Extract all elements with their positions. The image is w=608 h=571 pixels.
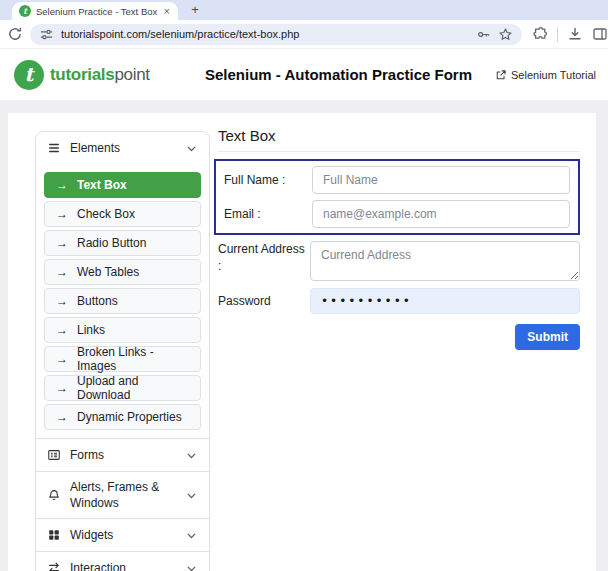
- tab-title: Selenium Practice - Text Box: [36, 6, 158, 17]
- current-address-textarea[interactable]: [310, 241, 580, 281]
- email-label: Email :: [224, 206, 312, 223]
- sidebar-item-links[interactable]: → Links: [44, 317, 201, 343]
- password-key-icon[interactable]: [476, 27, 491, 42]
- site-header: t tutorialspoint Selenium - Automation P…: [0, 48, 608, 100]
- selenium-tutorial-label: Selenium Tutorial: [511, 69, 596, 81]
- widgets-grid-icon: [47, 528, 61, 542]
- arrow-right-icon: →: [56, 179, 68, 191]
- current-address-label: Current Address :: [218, 241, 310, 275]
- sidebar-item-text-box[interactable]: → Text Box: [44, 172, 201, 198]
- sidebar-item-label: Buttons: [77, 294, 118, 308]
- selenium-tutorial-link[interactable]: Selenium Tutorial: [495, 49, 596, 101]
- tutorialspoint-logo-icon: t: [14, 60, 44, 90]
- main-content: Text Box Full Name : Email : Current Add…: [214, 125, 580, 350]
- section-label: Widgets: [70, 527, 176, 543]
- toolbar-actions: [532, 26, 608, 42]
- tab-close-icon[interactable]: ×: [163, 5, 171, 17]
- full-name-label: Full Name :: [224, 172, 312, 189]
- refresh-icon[interactable]: [7, 26, 23, 42]
- sidebar-item-label: Text Box: [77, 178, 127, 192]
- section-label: Interaction: [70, 560, 176, 571]
- full-name-row: Full Name :: [224, 166, 570, 194]
- chevron-down-icon: [185, 449, 198, 462]
- new-tab-button[interactable]: +: [186, 1, 204, 19]
- sidebar-item-label: Radio Button: [77, 236, 146, 250]
- browser-toolbar: tutorialspoint.com/selenium/practice/tex…: [0, 20, 608, 48]
- sidebar-section-forms[interactable]: Forms: [36, 438, 209, 471]
- toolbar-divider: [557, 27, 558, 42]
- url-text[interactable]: tutorialspoint.com/selenium/practice/tex…: [61, 28, 469, 40]
- sidebar-item-web-tables[interactable]: → Web Tables: [44, 259, 201, 285]
- password-label: Password: [218, 293, 310, 310]
- sidebar-item-label: Web Tables: [77, 265, 139, 279]
- interaction-arrows-icon: [47, 561, 61, 571]
- submit-row: Submit: [214, 324, 580, 350]
- sidebar-item-label: Links: [77, 323, 105, 337]
- chevron-down-icon: [185, 142, 198, 155]
- heading-divider: [218, 151, 580, 152]
- highlighted-field-group: Full Name : Email :: [214, 159, 580, 235]
- current-address-row: Current Address :: [214, 241, 580, 281]
- browser-window: t Selenium Practice - Text Box × + tutor…: [0, 0, 608, 571]
- chevron-down-icon: [185, 562, 198, 571]
- chevron-down-icon: [185, 489, 198, 502]
- sidebar-item-radio-button[interactable]: → Radio Button: [44, 230, 201, 256]
- arrow-right-icon: →: [56, 353, 68, 365]
- tutorialspoint-wordmark: tutorialspoint: [50, 65, 150, 85]
- sidebar-item-upload-and-download[interactable]: → Upload and Download: [44, 375, 201, 401]
- browser-tab[interactable]: t Selenium Practice - Text Box ×: [12, 2, 178, 20]
- section-label: Forms: [70, 447, 176, 463]
- sidebar-item-check-box[interactable]: → Check Box: [44, 201, 201, 227]
- bell-icon: [47, 488, 61, 502]
- arrow-right-icon: →: [56, 208, 68, 220]
- sidebar-item-dynamic-properties[interactable]: → Dynamic Properties: [44, 404, 201, 430]
- submit-button[interactable]: Submit: [515, 324, 580, 350]
- forms-icon: [47, 448, 61, 462]
- arrow-right-icon: →: [56, 295, 68, 307]
- hamburger-icon: [47, 141, 61, 155]
- sidebar-item-label: Broken Links - Images: [77, 345, 189, 373]
- email-row: Email :: [224, 200, 570, 228]
- extensions-puzzle-icon[interactable]: [532, 26, 548, 42]
- sidebar-section-interaction[interactable]: Interaction: [36, 551, 209, 571]
- section-label: Elements: [70, 141, 120, 155]
- arrow-right-icon: →: [56, 324, 68, 336]
- wordmark-light: point: [114, 65, 149, 84]
- password-input[interactable]: [310, 288, 580, 314]
- page-title: Selenium - Automation Practice Form: [205, 49, 472, 101]
- side-panel-icon[interactable]: [592, 26, 608, 42]
- arrow-right-icon: →: [56, 266, 68, 278]
- external-link-icon: [495, 69, 507, 81]
- sidebar-item-label: Dynamic Properties: [77, 410, 182, 424]
- sidebar-item-broken-links-images[interactable]: → Broken Links - Images: [44, 346, 201, 372]
- elements-item-list: → Text Box → Check Box → Radio Button → …: [36, 164, 209, 438]
- email-input[interactable]: [312, 200, 570, 228]
- sidebar-item-buttons[interactable]: → Buttons: [44, 288, 201, 314]
- sidebar-section-alerts-frames-windows[interactable]: Alerts, Frames & Windows: [36, 471, 209, 518]
- sidebar-menu: Elements → Text Box → Check Box: [35, 131, 210, 571]
- bookmark-star-icon[interactable]: [498, 27, 513, 42]
- wordmark-bold: tutorials: [50, 65, 114, 84]
- full-name-input[interactable]: [312, 166, 570, 194]
- sidebar-item-label: Upload and Download: [77, 374, 189, 402]
- sidebar-section-widgets[interactable]: Widgets: [36, 518, 209, 551]
- form-heading: Text Box: [218, 126, 580, 146]
- tab-strip: t Selenium Practice - Text Box × +: [0, 0, 608, 20]
- sidebar-section-elements[interactable]: Elements: [36, 132, 209, 164]
- content-card: Elements → Text Box → Check Box: [8, 113, 596, 571]
- tutorialspoint-logo[interactable]: t tutorialspoint: [14, 49, 150, 101]
- chevron-down-icon: [185, 529, 198, 542]
- address-bar[interactable]: tutorialspoint.com/selenium/practice/tex…: [30, 24, 522, 45]
- downloads-icon[interactable]: [567, 26, 583, 42]
- arrow-right-icon: →: [56, 237, 68, 249]
- sidebar-item-label: Check Box: [77, 207, 135, 221]
- page-background: Elements → Text Box → Check Box: [0, 100, 608, 571]
- arrow-right-icon: →: [56, 382, 68, 394]
- tutorialspoint-favicon: t: [19, 5, 31, 17]
- password-row: Password: [214, 288, 580, 314]
- site-settings-icon[interactable]: [39, 27, 54, 42]
- arrow-right-icon: →: [56, 411, 68, 423]
- section-label: Alerts, Frames & Windows: [70, 479, 176, 511]
